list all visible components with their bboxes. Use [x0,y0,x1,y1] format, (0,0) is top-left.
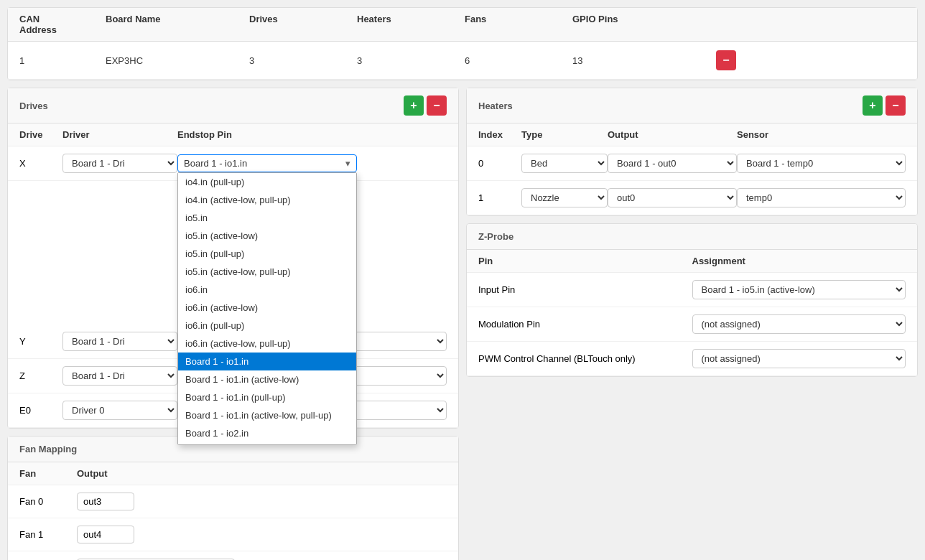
fan-0-output-input[interactable] [77,493,134,510]
drives-add-button[interactable]: + [404,95,424,116]
heater-0-sensor-container: Board 1 - temp0 [737,154,906,173]
zprobe-pwm-row: PWM Control Channel (BLTouch only) (not … [467,342,917,376]
heaters-buttons: + − [863,95,906,116]
drive-x-endstop-arrow: ▾ [345,158,350,169]
zprobe-modulation-pin-select-container: (not assigned) [692,314,906,334]
drive-y-driver-select[interactable]: Board 1 - Dri [62,332,177,351]
gpio-pins-value: 13 [572,55,716,66]
zprobe-pwm-select-container: (not assigned) [692,349,906,368]
drive-z-driver-select[interactable]: Board 1 - Dri [62,366,177,386]
drive-e0-label: E0 [19,405,62,416]
heaters-add-button[interactable]: + [863,95,883,116]
dropdown-item[interactable]: Board 1 - io1.in (active-low) [178,370,356,388]
drives-section-title: Drives [19,101,48,111]
heater-1-type-container: Nozzle [521,188,608,207]
drives-header: Drives [249,14,357,35]
drive-col-header: Drive [19,129,62,140]
dropdown-item[interactable]: io6.in [178,281,356,299]
heater-1-output-select[interactable]: out0 [608,188,737,207]
dropdown-item[interactable]: Board 1 - io2.in (active-low) [178,442,356,445]
drive-x-endstop-select[interactable]: Board 1 - io1.in ▾ [177,154,357,172]
dropdown-item[interactable]: Board 1 - io1.in (pull-up) [178,388,356,406]
drives-value: 3 [249,55,357,66]
fan-row-1: Fan 1 [8,518,458,551]
drive-x-label: X [19,158,62,169]
dropdown-item[interactable]: io5.in (pull-up) [178,245,356,263]
index-col-header: Index [478,129,521,140]
heater-1-sensor-container: temp0 [737,188,906,207]
dropdown-item[interactable]: io6.in (active-low) [178,299,356,317]
can-address-header: CANAddress [19,14,106,35]
dropdown-item[interactable]: io5.in (active-low, pull-up) [178,263,356,281]
drive-y-driver-container: Board 1 - Dri [62,332,177,351]
driver-col-header: Driver [62,129,177,140]
dropdown-item[interactable]: io5.in (active-low) [178,227,356,245]
drive-e0-driver-container: Driver 0 [62,401,177,420]
zprobe-input-pin-select[interactable]: Board 1 - io5.in (active-low) [692,280,906,299]
heaters-header: Heaters [357,14,465,35]
heater-1-output-container: out0 [608,188,737,207]
fans-header: Fans [465,14,572,35]
heater-0-index: 0 [478,158,521,169]
can-address-value: 1 [19,55,106,66]
dropdown-item[interactable]: io4.in (pull-up) [178,173,356,191]
board-remove-button[interactable]: − [716,50,736,70]
zprobe-table-header: Pin Assignment [467,250,917,273]
heater-0-type-select[interactable]: Bed [521,154,608,173]
output-col-header: Output [608,129,737,140]
dropdown-item[interactable]: io6.in (pull-up) [178,317,356,335]
fan-1-label: Fan 1 [19,529,77,540]
dropdown-item-selected[interactable]: Board 1 - io1.in [178,353,356,370]
heater-0-output-container: Board 1 - out0 [608,154,737,173]
assignment-col-header: Assignment [692,256,906,266]
zprobe-pwm-select[interactable]: (not assigned) [692,349,906,368]
fan-row-2: Fan 2 Board 1 - out3 [8,551,458,560]
heater-row-1: 1 Nozzle out0 temp0 [467,181,917,215]
heater-1-type-select[interactable]: Nozzle [521,188,608,207]
zprobe-modulation-pin-row: Modulation Pin (not assigned) [467,307,917,342]
zprobe-input-pin-row: Input Pin Board 1 - io5.in (active-low) [467,273,917,307]
zprobe-modulation-pin-label: Modulation Pin [478,319,692,330]
fan-mapping-title: Fan Mapping [19,444,77,454]
zprobe-modulation-pin-select[interactable]: (not assigned) [692,314,906,334]
heaters-remove-button[interactable]: − [886,95,906,116]
actions-header [716,14,773,35]
drive-x-endstop-value: Board 1 - io1.in [184,158,247,169]
drive-x-driver-select[interactable]: Board 1 - Dri [62,154,177,173]
drive-z-label: Z [19,370,62,381]
dropdown-item[interactable]: Board 1 - io2.in [178,424,356,442]
zprobe-input-pin-label: Input Pin [478,284,692,295]
heater-0-sensor-select[interactable]: Board 1 - temp0 [737,154,906,173]
output-col-header: Output [77,468,447,479]
heater-1-sensor-select[interactable]: temp0 [737,188,906,207]
endstop-dropdown-list: io4.in (pull-up) io4.in (active-low, pul… [177,172,357,445]
drives-buttons: + − [404,95,447,116]
fan-1-output-container [77,526,447,543]
drives-remove-button[interactable]: − [427,95,447,116]
fan-1-output-input[interactable] [77,526,134,543]
drive-x-driver-select-container: Board 1 - Dri [62,154,177,173]
dropdown-item[interactable]: io4.in (active-low, pull-up) [178,191,356,209]
dropdown-item[interactable]: Board 1 - io1.in (active-low, pull-up) [178,406,356,424]
heater-row-0: 0 Bed Board 1 - out0 Board 1 - temp0 [467,146,917,181]
heater-0-type-container: Bed [521,154,608,173]
sensor-col-header: Sensor [737,129,906,140]
heater-1-index: 1 [478,192,521,203]
fan-col-header: Fan [19,468,77,479]
board-remove-button-container: − [716,50,773,70]
heaters-section-title: Heaters [478,101,513,111]
dropdown-item[interactable]: io6.in (active-low, pull-up) [178,335,356,353]
board-name-value: EXP3HC [106,55,249,66]
zprobe-section-title: Z-Probe [478,231,513,242]
heater-0-output-select[interactable]: Board 1 - out0 [608,154,737,173]
drive-x-endstop-container: Board 1 - io1.in ▾ io4.in (pull-up) io4.… [177,154,447,172]
pin-col-header: Pin [478,256,692,266]
drive-e0-driver-select[interactable]: Driver 0 [62,401,177,420]
drive-row-x: X Board 1 - Dri Board 1 - io1.in ▾ io4.i… [8,146,458,181]
endstop-col-header: Endstop Pin [177,129,447,140]
fan-0-label: Fan 0 [19,496,77,507]
dropdown-item[interactable]: io5.in [178,209,356,227]
heaters-value: 3 [357,55,465,66]
drive-z-driver-container: Board 1 - Dri [62,366,177,386]
drive-y-label: Y [19,336,62,347]
